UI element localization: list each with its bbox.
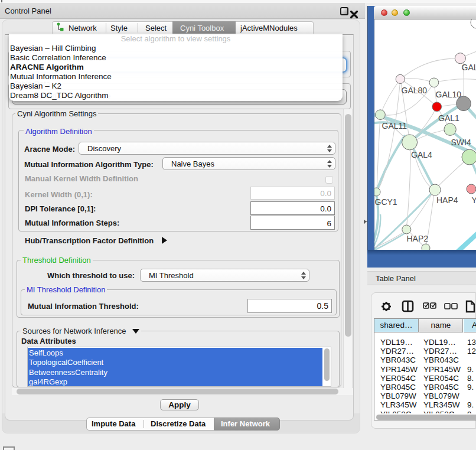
svg-text:SWI4: SWI4 [451, 138, 471, 147]
svg-text:GAL: GAL [462, 63, 476, 72]
svg-text:GAL11: GAL11 [382, 121, 407, 131]
svg-text:HAP2: HAP2 [407, 234, 429, 243]
svg-text:GAL1: GAL1 [438, 113, 459, 123]
svg-text:GAL10: GAL10 [436, 90, 462, 99]
svg-text:GCY1: GCY1 [375, 197, 397, 207]
svg-text:GAL80: GAL80 [402, 86, 428, 95]
svg-text:Y: Y [472, 195, 476, 205]
svg-text:HAP4: HAP4 [436, 195, 458, 205]
svg-text:GAL4: GAL4 [411, 150, 432, 159]
